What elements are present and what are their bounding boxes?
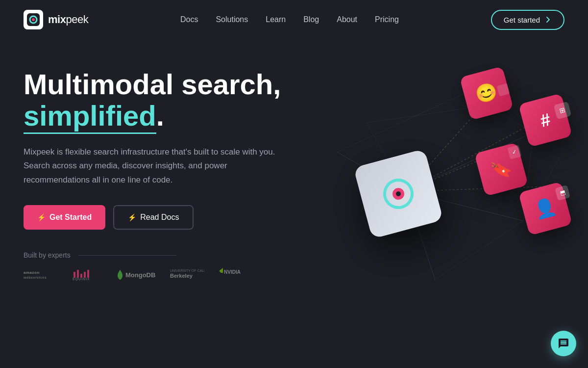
btn-secondary-label: Read Docs (140, 213, 179, 222)
chat-bubble-button[interactable] (551, 331, 576, 356)
navbar: mixpeek Docs Solutions Learn Blog About … (0, 0, 588, 39)
hero-title-accent: simplified (24, 100, 156, 134)
nav-item-learn[interactable]: Learn (266, 15, 286, 24)
logo-peek: peek (66, 13, 88, 26)
nav-link-blog[interactable]: Blog (303, 15, 319, 24)
equinix-logo: EQUINIX (73, 267, 102, 283)
person-badge: ⬒ (555, 185, 570, 201)
svg-text:NVIDIA: NVIDIA (224, 269, 241, 275)
mongodb-logo: MongoDB (117, 269, 155, 281)
nav-item-solutions[interactable]: Solutions (216, 15, 248, 24)
hashtag-card: # (518, 93, 572, 147)
nav-item-pricing[interactable]: Pricing (375, 15, 399, 24)
logo-icon (24, 10, 43, 29)
built-by-label: Built by experts (24, 251, 318, 259)
built-by-section: Built by experts amazon webservices (24, 251, 318, 283)
logo-text: mixpeek (48, 13, 88, 26)
berkeley-logo: UNIVERSITY OF CALIFORNIA Berkeley (170, 267, 204, 283)
svg-rect-11 (120, 278, 121, 280)
hero-description: Mixpeek is flexible search infrastructur… (24, 145, 288, 188)
nav-item-blog[interactable]: Blog (303, 15, 319, 24)
nvidia-logo: NVIDIA (219, 267, 244, 283)
docs-bolt-icon: ⚡ (128, 213, 136, 221)
logo-mix: mix (48, 13, 66, 26)
hero-content: Multimodal search, simplified. Mixpeek i… (24, 64, 318, 283)
chevron-right-icon (544, 16, 552, 24)
svg-text:UNIVERSITY OF CALIFORNIA: UNIVERSITY OF CALIFORNIA (170, 269, 204, 272)
btn-primary-label: Get Started (49, 213, 92, 222)
nav-get-started-button[interactable]: Get started (491, 10, 564, 30)
nav-link-learn[interactable]: Learn (266, 15, 286, 24)
svg-rect-9 (87, 270, 89, 278)
nav-link-about[interactable]: About (337, 15, 357, 24)
mongodb-text: MongoDB (125, 271, 155, 279)
logo-area: mixpeek (24, 10, 88, 29)
center-card-logo (374, 170, 422, 218)
center-card (353, 149, 443, 239)
svg-text:EQUINIX: EQUINIX (73, 277, 90, 281)
svg-line-22 (435, 221, 523, 280)
nav-cta-label: Get started (504, 16, 540, 24)
nav-item-docs[interactable]: Docs (180, 15, 198, 24)
nav-links: Docs Solutions Learn Blog About Pricing (180, 15, 399, 24)
hero-read-docs-button[interactable]: ⚡ Read Docs (113, 205, 194, 230)
partner-logos: amazon webservices EQUINIX (24, 267, 318, 283)
svg-line-20 (337, 93, 465, 152)
bolt-icon: ⚡ (37, 213, 46, 221)
nav-link-docs[interactable]: Docs (180, 15, 198, 24)
hero-buttons: ⚡ Get Started ⚡ Read Docs (24, 205, 318, 230)
hero-get-started-button[interactable]: ⚡ Get Started (24, 205, 105, 230)
chat-icon (558, 338, 569, 349)
amazon-logo: amazon webservices (24, 268, 58, 282)
hero-illustration: 😊 # ⊞ 🔖 ✓ 👤 ⬒ (318, 64, 564, 309)
svg-marker-14 (219, 268, 223, 273)
svg-text:webservices: webservices (24, 276, 47, 279)
illustration-scene: 😊 # ⊞ 🔖 ✓ 👤 ⬒ (337, 54, 588, 299)
hero-section: Multimodal search, simplified. Mixpeek i… (0, 39, 588, 309)
nav-link-solutions[interactable]: Solutions (216, 15, 248, 24)
hero-title-dot: . (156, 100, 164, 131)
hashtag-card-badge: ⊞ (554, 102, 572, 120)
svg-rect-6 (77, 270, 79, 278)
svg-text:amazon: amazon (24, 270, 40, 275)
hero-title-line1: Multimodal search, simplified. (24, 69, 318, 131)
svg-point-2 (32, 18, 35, 21)
svg-text:Berkeley: Berkeley (170, 273, 193, 279)
nav-item-about[interactable]: About (337, 15, 357, 24)
nav-link-pricing[interactable]: Pricing (375, 15, 399, 24)
amazon-svg: amazon webservices (24, 268, 58, 282)
